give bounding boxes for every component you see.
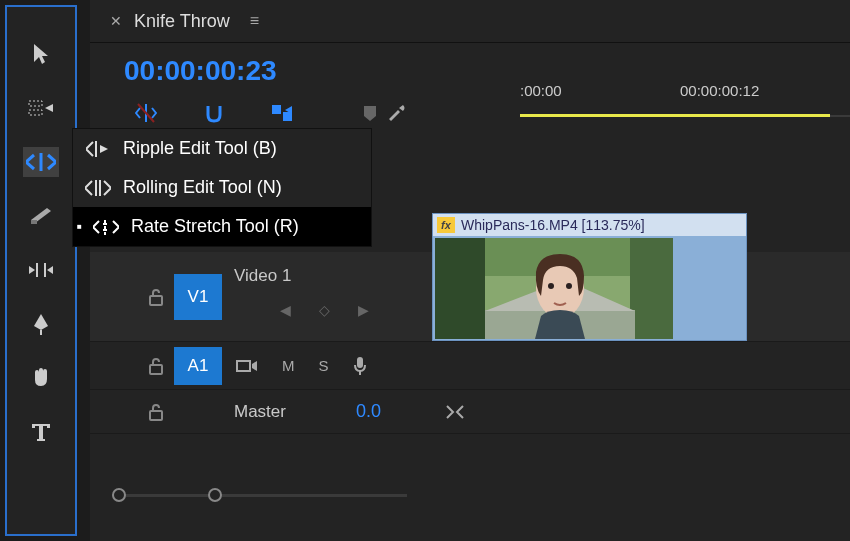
pen-tool[interactable] [23,309,59,339]
ripple-edit-icon [85,141,111,157]
track-label-v1: Video 1 [234,266,291,286]
sequence-title[interactable]: Knife Throw [134,11,230,32]
master-label: Master [234,402,286,422]
svg-rect-12 [150,365,162,374]
linked-selection-icon[interactable] [268,99,296,127]
ruler-tick-0: :00:00 [520,82,562,99]
keyframe-nav[interactable]: ◀ ◇ ▶ [280,302,369,318]
svg-rect-13 [237,361,250,371]
track-master[interactable]: Master 0.0 [90,390,850,434]
zoom-handle-left[interactable] [112,488,126,502]
rate-stretch-icon [93,218,119,236]
link-icon[interactable] [445,404,465,420]
track-badge-a1[interactable]: A1 [174,347,222,385]
svg-rect-14 [357,357,363,368]
lock-icon[interactable] [148,403,164,421]
track-badge-v1[interactable]: V1 [174,274,222,320]
ruler-tick-12: 00:00:00:12 [680,82,759,99]
clip-header: fx WhipPans-16.MP4 [113.75%] [433,214,746,236]
lock-icon[interactable] [148,288,164,306]
clip-thumbnail [435,238,673,339]
solo-button[interactable]: S [319,357,329,374]
zoom-handle-right[interactable] [208,488,222,502]
marker-icon[interactable] [356,99,384,127]
voice-over-icon[interactable] [353,356,367,376]
insert-overwrite-icon[interactable] [132,99,160,127]
track-select-tool[interactable] [23,93,59,123]
svg-rect-22 [435,238,485,339]
svg-rect-11 [150,296,162,305]
svg-rect-3 [31,220,37,224]
close-icon[interactable]: ✕ [110,13,122,29]
fx-badge[interactable]: fx [437,217,455,233]
clip-title: WhipPans-16.MP4 [113.75%] [461,217,645,233]
selection-tool[interactable] [23,39,59,69]
settings-icon[interactable] [382,99,410,127]
track-output-icon[interactable] [236,358,258,374]
type-tool[interactable] [23,417,59,447]
snap-icon[interactable] [200,99,228,127]
svg-rect-1 [29,110,42,115]
rolling-edit-icon [85,180,111,196]
prev-keyframe-icon: ◀ [280,302,291,318]
video-clip[interactable]: fx WhipPans-16.MP4 [113.75%] [432,213,747,341]
hand-tool[interactable] [23,363,59,393]
menu-item-label: Rate Stretch Tool (R) [131,216,299,237]
edit-tool-flyout: Ripple Edit Tool (B) Rolling Edit Tool (… [72,128,372,247]
tool-palette [5,5,77,536]
sequence-tabbar: ✕ Knife Throw ≡ [90,0,850,42]
ripple-edit-tool-item[interactable]: Ripple Edit Tool (B) [73,129,371,168]
ripple-edit-tool-group[interactable] [23,147,59,177]
lock-icon[interactable] [148,357,164,375]
slip-tool[interactable] [23,255,59,285]
master-value[interactable]: 0.0 [356,401,381,422]
svg-rect-10 [283,112,292,121]
work-area-bar[interactable] [520,114,830,117]
svg-point-26 [548,283,554,289]
menu-item-label: Rolling Edit Tool (N) [123,177,282,198]
rate-stretch-tool-item[interactable]: Rate Stretch Tool (R) [73,207,371,246]
svg-rect-0 [29,101,42,106]
panel-menu-icon[interactable]: ≡ [250,12,259,30]
svg-point-27 [566,283,572,289]
time-ruler[interactable]: :00:00 00:00:00:12 [500,78,850,120]
add-keyframe-icon: ◇ [319,302,330,318]
rolling-edit-tool-item[interactable]: Rolling Edit Tool (N) [73,168,371,207]
svg-rect-23 [630,238,673,339]
zoom-scrollbar[interactable] [112,490,407,500]
svg-rect-9 [272,105,281,114]
track-a1[interactable]: A1 M S [90,342,850,390]
next-keyframe-icon: ▶ [358,302,369,318]
menu-item-label: Ripple Edit Tool (B) [123,138,277,159]
razor-tool[interactable] [23,201,59,231]
mute-button[interactable]: M [282,357,295,374]
svg-rect-16 [150,411,162,420]
